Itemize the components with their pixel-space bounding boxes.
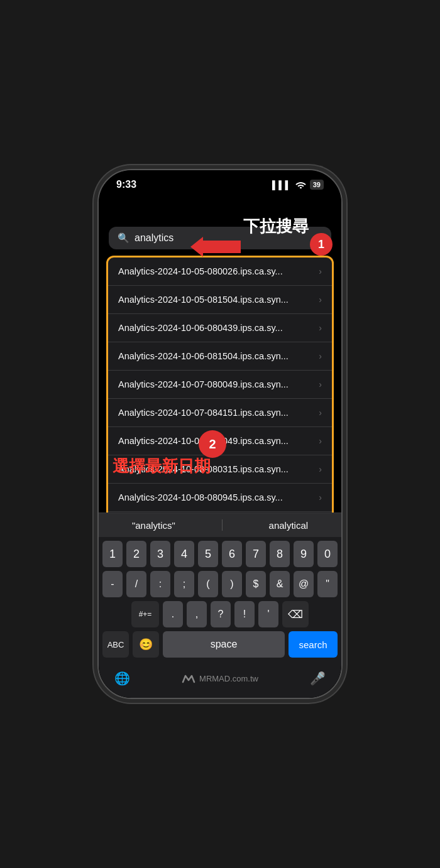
signal-icon: ▌▌▌	[272, 180, 292, 190]
chevron-icon-7: ›	[319, 464, 322, 474]
chevron-icon-4: ›	[319, 379, 322, 389]
autocomplete-divider	[222, 519, 223, 531]
result-text-3: Analytics-2024-10-06-081504.ips.ca.syn..…	[118, 351, 314, 361]
result-text-4: Analytics-2024-10-07-080049.ips.ca.syn..…	[118, 379, 314, 389]
key-dot[interactable]: .	[163, 601, 183, 627]
key-3[interactable]: 3	[150, 541, 170, 567]
chevron-icon-2: ›	[319, 323, 322, 333]
result-text-2: Analytics-2024-10-06-080439.ips.ca.sy...	[118, 323, 314, 333]
key-9[interactable]: 9	[294, 541, 314, 567]
search-magnifier-icon: 🔍	[118, 232, 129, 244]
chevron-icon-1: ›	[319, 295, 322, 305]
status-icons: ▌▌▌ 39	[272, 180, 324, 190]
result-text-1: Analytics-2024-10-05-081504.ips.ca.syn..…	[118, 295, 314, 305]
wifi-icon	[295, 180, 306, 190]
symbols-row-1: - / : ; ( ) $ & @ "	[102, 571, 338, 597]
chevron-icon-8: ›	[319, 492, 322, 502]
keyboard-area: "analytics" analytical 1 2 3 4 5 6 7 8 9…	[99, 513, 341, 698]
result-list: Analytics-2024-10-05-080026.ips.ca.sy...…	[106, 256, 334, 513]
key-0[interactable]: 0	[317, 541, 338, 567]
result-item-9[interactable]: Analytics-2024-10-09-080049.ips.ca.sy...…	[108, 512, 332, 513]
result-item-3[interactable]: Analytics-2024-10-06-081504.ips.ca.syn..…	[108, 342, 332, 371]
result-item-5[interactable]: Analytics-2024-10-07-084151.ips.ca.syn..…	[108, 399, 332, 427]
key-space[interactable]: space	[163, 631, 285, 658]
autocomplete-row: "analytics" analytical	[99, 513, 341, 537]
phone-frame: 9:33 ▌▌▌ 39	[97, 169, 343, 699]
key-open-paren[interactable]: (	[198, 571, 218, 597]
status-time: 9:33	[116, 179, 136, 190]
key-abc[interactable]: ABC	[102, 631, 129, 658]
battery-icon: 39	[310, 180, 324, 190]
key-emoji[interactable]: 😊	[133, 631, 159, 658]
result-text-0: Analytics-2024-10-05-080026.ips.ca.sy...	[118, 266, 314, 276]
result-item-0[interactable]: Analytics-2024-10-05-080026.ips.ca.sy...…	[108, 258, 332, 286]
key-colon[interactable]: :	[150, 571, 170, 597]
result-item-6[interactable]: Analytics-2024-10-08-080049.ips.ca.syn..…	[108, 427, 332, 455]
mrmad-logo	[182, 673, 195, 683]
key-1[interactable]: 1	[102, 541, 123, 567]
result-list-container: 2 選擇最新日期 Analytics-2024-10-05-080026.ips…	[101, 256, 339, 513]
result-text-8: Analytics-2024-10-08-080945.ips.ca.sy...	[118, 492, 314, 502]
result-text-5: Analytics-2024-10-07-084151.ips.ca.syn..…	[118, 408, 314, 418]
result-item-8[interactable]: Analytics-2024-10-08-080945.ips.ca.sy...…	[108, 484, 332, 512]
key-dollar[interactable]: $	[246, 571, 266, 597]
globe-key[interactable]: 🌐	[109, 665, 135, 692]
chevron-icon-5: ›	[319, 408, 322, 418]
search-area: 🔍 analytics	[99, 223, 341, 256]
result-item-7[interactable]: Analytics-2024-10-08-080315.ips.ca.syn..…	[108, 455, 332, 484]
key-at[interactable]: @	[294, 571, 314, 597]
key-ampersand[interactable]: &	[270, 571, 290, 597]
chevron-icon-6: ›	[319, 436, 322, 446]
bottom-keyboard-row: ABC 😊 space search	[102, 631, 338, 658]
dynamic-island	[182, 194, 258, 215]
chevron-icon-3: ›	[319, 351, 322, 361]
autocomplete-option-1[interactable]: "analytics"	[132, 520, 175, 531]
symbols-row-2: #+= . , ? ! ' ⌫	[102, 601, 338, 627]
key-5[interactable]: 5	[198, 541, 218, 567]
key-6[interactable]: 6	[222, 541, 242, 567]
mic-key[interactable]: 🎤	[305, 665, 331, 692]
number-row: 1 2 3 4 5 6 7 8 9 0	[102, 541, 338, 567]
key-4[interactable]: 4	[174, 541, 194, 567]
result-item-2[interactable]: Analytics-2024-10-06-080439.ips.ca.sy...…	[108, 314, 332, 342]
keyboard-keys: 1 2 3 4 5 6 7 8 9 0 - / : ; (	[99, 537, 341, 664]
autocomplete-option-2[interactable]: analytical	[269, 520, 309, 531]
search-button[interactable]: search	[289, 631, 338, 658]
key-8[interactable]: 8	[270, 541, 290, 567]
delete-key[interactable]: ⌫	[282, 601, 309, 627]
key-dash[interactable]: -	[102, 571, 123, 597]
branding-area: MRMAD.com.tw	[182, 673, 258, 683]
key-special-sym[interactable]: #+=	[131, 601, 159, 627]
home-row: 🌐 MRMAD.com.tw 🎤	[99, 664, 341, 698]
key-apostrophe[interactable]: '	[258, 601, 278, 627]
key-semicolon[interactable]: ;	[174, 571, 194, 597]
key-question[interactable]: ?	[211, 601, 231, 627]
key-close-paren[interactable]: )	[222, 571, 242, 597]
chevron-icon-0: ›	[319, 266, 322, 276]
screen: 9:33 ▌▌▌ 39	[99, 170, 341, 698]
branding-text: MRMAD.com.tw	[199, 674, 258, 683]
svg-point-0	[300, 187, 302, 188]
key-7[interactable]: 7	[246, 541, 266, 567]
key-slash[interactable]: /	[126, 571, 146, 597]
status-bar: 9:33 ▌▌▌ 39	[99, 170, 341, 194]
search-bar[interactable]: 🔍 analytics	[109, 227, 331, 249]
key-comma[interactable]: ,	[187, 601, 207, 627]
search-input[interactable]: analytics	[135, 232, 173, 244]
key-2[interactable]: 2	[126, 541, 146, 567]
key-quote[interactable]: "	[317, 571, 338, 597]
key-exclaim[interactable]: !	[234, 601, 255, 627]
result-item-1[interactable]: Analytics-2024-10-05-081504.ips.ca.syn..…	[108, 286, 332, 314]
result-text-7: Analytics-2024-10-08-080315.ips.ca.syn..…	[118, 464, 314, 474]
result-text-6: Analytics-2024-10-08-080049.ips.ca.syn..…	[118, 436, 314, 446]
result-item-4[interactable]: Analytics-2024-10-07-080049.ips.ca.syn..…	[108, 371, 332, 399]
